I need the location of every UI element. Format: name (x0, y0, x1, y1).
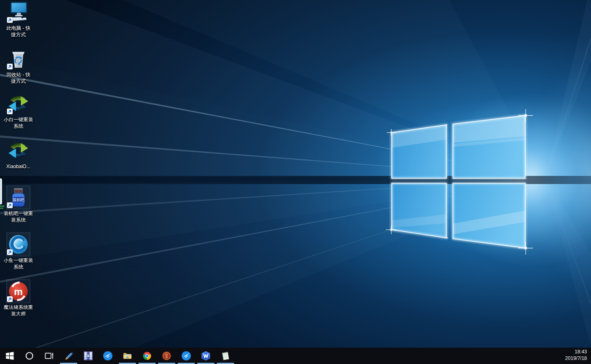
red-seal-icon (161, 351, 172, 361)
shortcut-arrow-icon (7, 17, 13, 23)
sync-arrows-icon (7, 139, 30, 162)
desktop-icon-label: 装机吧一键重装系统 (0, 210, 36, 223)
task-view-button[interactable] (39, 348, 59, 364)
taskbar-app-dingtalk-2[interactable] (176, 348, 196, 364)
wallpaper (0, 0, 591, 348)
taskbar-app-pencil-editor[interactable] (59, 348, 78, 364)
cortana-search-button[interactable] (20, 348, 39, 364)
desktop-icon-xiaobai-o[interactable]: XiaobaiO... (0, 139, 36, 170)
taskbar-app-red-seal[interactable] (157, 348, 176, 364)
folder-icon (122, 351, 133, 361)
wing-icon (103, 351, 113, 361)
desktop-icon-label: 小白一键重装系统 (0, 116, 36, 129)
shortcut-arrow-icon (7, 64, 13, 69)
notepad-icon (220, 351, 231, 361)
start-button[interactable] (0, 348, 20, 364)
desktop-icon-label: 小鱼一键重装系统 (0, 257, 36, 270)
taskbar: 18:43 2019/7/18 (0, 348, 591, 364)
taskbar-app-wps[interactable] (196, 348, 216, 364)
windows-logo-icon (4, 351, 15, 361)
cortana-circle-icon (24, 351, 35, 361)
shortcut-arrow-icon (7, 109, 13, 114)
taskbar-app-dingtalk[interactable] (98, 348, 118, 364)
film-strip-icon (83, 351, 94, 361)
taskbar-app-notepad[interactable] (216, 348, 235, 364)
desktop-icon-label: 回收站 - 快捷方式 (0, 71, 36, 84)
desktop-icon-label: 魔法猪系统重装大师 (0, 304, 36, 317)
desktop-icon-label: XiaobaiO... (0, 163, 36, 170)
pencil-icon (63, 351, 74, 361)
chrome-icon (142, 351, 152, 361)
clock-date: 2019/7/18 (565, 355, 587, 362)
shortcut-arrow-icon (7, 296, 13, 302)
desktop-icon-xiaoyu[interactable]: 小鱼一键重装系统 (0, 233, 36, 270)
taskbar-app-file-explorer[interactable] (118, 348, 137, 364)
shortcut-arrow-icon (7, 202, 13, 208)
svg-text:m: m (14, 286, 22, 297)
wing-icon (181, 351, 192, 361)
taskbar-app-video[interactable] (78, 348, 98, 364)
taskbar-empty-area (235, 348, 563, 364)
shortcut-arrow-icon (7, 249, 13, 255)
desktop-icon-zhuangjiba[interactable]: 装机吧 装机吧一键重装系统 (0, 186, 36, 223)
desktop-icon-this-pc[interactable]: 此电脑 - 快捷方式 (0, 1, 36, 38)
desktop-icon-recycle-bin[interactable]: 回收站 - 快捷方式 (0, 47, 36, 84)
wps-w-icon (201, 351, 211, 361)
clock-time: 18:43 (565, 348, 587, 355)
desktop-icon-label: 此电脑 - 快捷方式 (0, 25, 36, 38)
desktop-icon-mofazhu[interactable]: m 魔法猪系统重装大师 (0, 280, 36, 317)
desktop-icon-xiaobai[interactable]: 小白一键重装系统 (0, 92, 36, 129)
task-view-icon (44, 351, 54, 361)
taskbar-clock[interactable]: 18:43 2019/7/18 (563, 347, 591, 364)
taskbar-app-chrome[interactable] (137, 348, 157, 364)
svg-text:装机吧: 装机吧 (13, 198, 25, 202)
